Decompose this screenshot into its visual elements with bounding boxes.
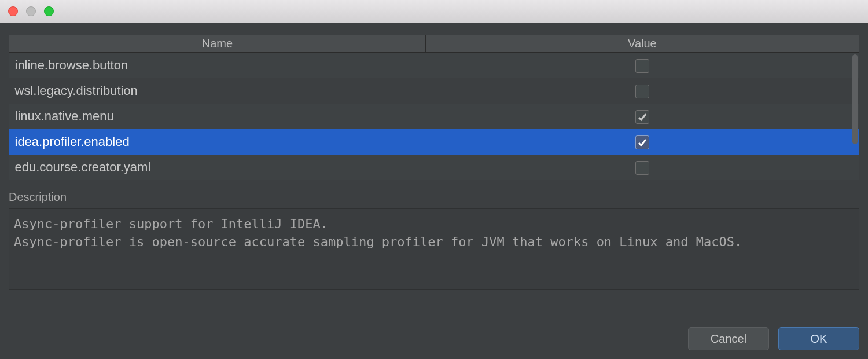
minimize-window-button[interactable] (26, 6, 36, 16)
divider (73, 197, 859, 197)
registry-value-cell[interactable] (425, 53, 859, 78)
column-header-value[interactable]: Value (425, 35, 859, 53)
table-header-row: Name Value (9, 35, 859, 53)
registry-table[interactable]: Name Value inline.browse.buttonwsl.legac… (9, 35, 859, 180)
value-checkbox[interactable] (635, 161, 649, 175)
value-checkbox[interactable] (635, 135, 649, 149)
registry-key-name: idea.profiler.enabled (9, 129, 426, 155)
window-controls (8, 6, 54, 16)
window-titlebar (0, 0, 868, 23)
column-header-name[interactable]: Name (9, 35, 426, 53)
table-row[interactable]: wsl.legacy.distribution (9, 78, 859, 104)
table-row[interactable]: edu.course.creator.yaml (9, 155, 859, 180)
dialog-buttons: Cancel OK (9, 316, 859, 350)
registry-key-name: linux.native.menu (9, 104, 426, 129)
registry-value-cell[interactable] (425, 155, 859, 180)
description-text: Async-profiler support for IntelliJ IDEA… (9, 208, 859, 290)
value-checkbox[interactable] (635, 59, 649, 73)
table-row[interactable]: inline.browse.button (9, 53, 859, 78)
registry-key-name: wsl.legacy.distribution (9, 78, 426, 104)
table-row[interactable]: idea.profiler.enabled (9, 129, 859, 155)
dialog-content: Name Value inline.browse.buttonwsl.legac… (0, 23, 868, 359)
value-checkbox[interactable] (635, 110, 649, 124)
registry-value-cell[interactable] (425, 78, 859, 104)
registry-value-cell[interactable] (425, 129, 859, 155)
registry-table-wrap: Name Value inline.browse.buttonwsl.legac… (9, 35, 859, 180)
table-scrollbar[interactable] (851, 52, 859, 180)
close-window-button[interactable] (8, 6, 18, 16)
description-header: Description (9, 191, 859, 204)
description-label: Description (9, 191, 73, 204)
zoom-window-button[interactable] (44, 6, 54, 16)
registry-value-cell[interactable] (425, 104, 859, 129)
cancel-button[interactable]: Cancel (688, 327, 769, 350)
value-checkbox[interactable] (635, 85, 649, 98)
ok-button[interactable]: OK (778, 327, 859, 350)
table-scrollbar-thumb[interactable] (852, 54, 858, 144)
registry-key-name: inline.browse.button (9, 53, 426, 78)
registry-key-name: edu.course.creator.yaml (9, 155, 426, 180)
table-row[interactable]: linux.native.menu (9, 104, 859, 129)
